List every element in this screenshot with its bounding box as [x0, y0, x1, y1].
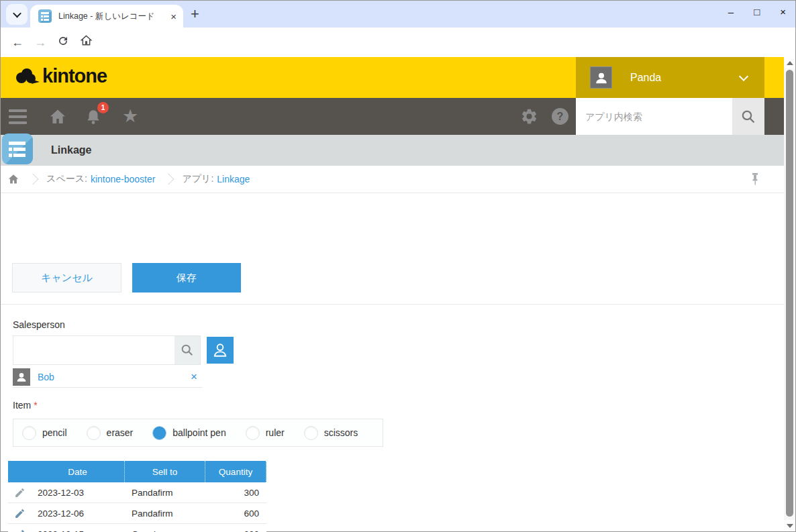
table-row: 2023-12-15 Google 200 — [8, 524, 266, 532]
triangle-up-icon — [787, 61, 793, 65]
radio-label: ruler — [266, 427, 285, 438]
browser-tab[interactable]: Linkage - 新しいレコード × — [30, 5, 183, 28]
home-icon — [48, 107, 67, 126]
cell-date: 2023-12-15 — [31, 524, 125, 532]
page-title: Linkage — [51, 144, 91, 156]
notification-badge: 1 — [97, 102, 109, 113]
breadcrumb-app-link[interactable]: Linkage — [217, 174, 250, 184]
breadcrumb: スペース: kintone-booster アプリ: Linkage — [1, 166, 784, 193]
new-tab-button[interactable]: + — [191, 5, 199, 23]
radio-option-scissors[interactable]: scissors — [304, 426, 358, 440]
pencil-icon — [14, 508, 26, 519]
reload-button[interactable] — [52, 35, 74, 50]
user-avatar — [13, 368, 30, 386]
kintone-logo-text: kintone — [42, 65, 107, 87]
breadcrumb-home-button[interactable] — [7, 173, 19, 185]
cell-date: 2023-12-03 — [31, 482, 125, 502]
app-icon[interactable] — [2, 134, 33, 164]
edit-row-button[interactable] — [8, 503, 31, 523]
salesperson-field — [13, 335, 201, 365]
remove-user-icon[interactable]: × — [191, 370, 197, 384]
page-area: kintone Panda 1 ★ ? — [1, 57, 795, 531]
home-icon — [80, 34, 93, 47]
forward-button[interactable]: → — [29, 36, 52, 50]
app-search-button[interactable] — [732, 98, 764, 135]
user-avatar — [590, 66, 612, 89]
search-icon — [180, 343, 195, 358]
minimize-button[interactable]: – — [728, 6, 734, 17]
salesperson-search-button[interactable] — [175, 336, 200, 364]
radio-label: eraser — [107, 427, 134, 438]
home-nav-button[interactable] — [48, 107, 67, 126]
scroll-down-button[interactable] — [784, 520, 795, 531]
kintone-header: kintone Panda — [1, 57, 784, 98]
selected-user-name[interactable]: Bob — [38, 372, 191, 382]
scroll-up-button[interactable] — [784, 57, 795, 68]
radio-option-pencil[interactable]: pencil — [22, 426, 67, 440]
global-nav-bar: 1 ★ ? — [1, 98, 784, 135]
breadcrumb-space-label: スペース: — [46, 173, 87, 185]
tab-strip: Linkage - 新しいレコード × + – □ × — [1, 1, 795, 28]
user-name: Panda — [630, 72, 740, 84]
cell-quantity: 300 — [205, 482, 266, 502]
salesperson-search-input[interactable] — [13, 336, 175, 364]
breadcrumb-separator-icon — [28, 174, 39, 185]
page-scrollbar[interactable] — [784, 57, 795, 531]
edit-row-button[interactable] — [8, 524, 31, 532]
pencil-icon — [14, 529, 26, 532]
kintone-logo[interactable]: kintone — [13, 65, 107, 87]
settings-button[interactable] — [520, 107, 538, 125]
notifications-button[interactable]: 1 — [85, 107, 102, 126]
favorites-star-icon[interactable]: ★ — [122, 107, 138, 125]
browser-toolbar: ← → pandafirm.cybozu.com/k/1971/edit ☆ S… — [1, 28, 795, 57]
radio-selected-icon — [152, 426, 166, 440]
gear-icon — [520, 107, 538, 125]
pencil-icon — [14, 487, 26, 498]
scrollbar-thumb[interactable] — [786, 70, 793, 517]
question-mark-icon: ? — [557, 111, 564, 123]
maximize-button[interactable]: □ — [754, 6, 760, 17]
edit-row-button[interactable] — [8, 482, 31, 502]
help-button[interactable]: ? — [552, 108, 568, 125]
hamburger-menu-icon[interactable] — [9, 109, 27, 124]
cell-date: 2023-12-06 — [31, 503, 125, 523]
pin-icon[interactable] — [750, 172, 760, 189]
search-icon — [740, 109, 756, 125]
tab-title: Linkage - 新しいレコード — [58, 11, 166, 22]
radio-icon — [87, 426, 101, 440]
radio-icon — [246, 426, 260, 440]
radio-icon — [304, 426, 318, 440]
cell-quantity: 200 — [205, 524, 266, 532]
cell-sellto: Google — [125, 524, 205, 532]
item-label-text: Item — [13, 400, 31, 411]
chevron-down-icon — [739, 71, 748, 81]
radio-label: scissors — [324, 427, 358, 438]
required-mark: * — [34, 400, 37, 411]
save-button[interactable]: 保存 — [132, 263, 241, 292]
app-title-bar: Linkage — [1, 135, 784, 166]
home-button[interactable] — [74, 34, 97, 50]
back-button[interactable]: ← — [6, 36, 29, 50]
tab-close-icon[interactable]: × — [170, 11, 177, 22]
cancel-button[interactable]: キャンセル — [12, 263, 121, 292]
tab-list-button[interactable] — [6, 4, 28, 25]
form-divider — [1, 304, 784, 305]
cell-quantity: 600 — [205, 503, 266, 523]
person-icon — [211, 341, 229, 359]
selected-user-row: Bob × — [13, 367, 203, 388]
breadcrumb-space-link[interactable]: kintone-booster — [91, 174, 156, 184]
chevron-down-icon — [13, 9, 21, 18]
reload-icon — [57, 35, 69, 47]
radio-option-ballpoint-pen[interactable]: ballpoint pen — [152, 426, 226, 440]
triangle-down-icon — [787, 524, 793, 528]
user-picker-button[interactable] — [207, 337, 234, 364]
app-search-input[interactable] — [576, 98, 732, 135]
column-header-sellto: Sell to — [125, 461, 205, 482]
column-header-date: Date — [31, 461, 125, 482]
radio-icon — [22, 426, 36, 440]
user-menu[interactable]: Panda — [576, 57, 764, 98]
window-close-button[interactable]: × — [780, 6, 786, 17]
radio-option-ruler[interactable]: ruler — [246, 426, 285, 440]
radio-option-eraser[interactable]: eraser — [87, 426, 134, 440]
cell-sellto: Pandafirm — [125, 503, 205, 523]
